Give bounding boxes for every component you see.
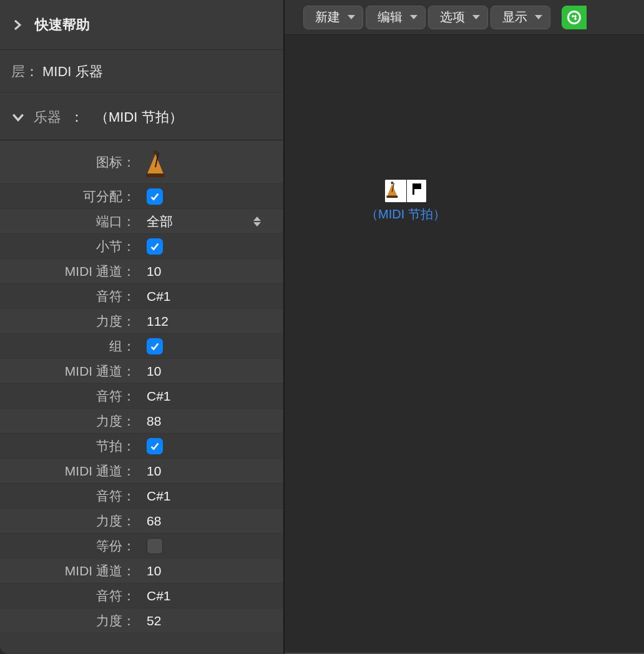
note-3-value[interactable]: C#1 xyxy=(140,489,283,504)
edit-menu[interactable]: 编辑 xyxy=(366,6,426,29)
chevron-down-icon xyxy=(11,110,25,124)
chevron-down-icon xyxy=(348,15,355,19)
row-vel-2: 力度 88 xyxy=(0,409,283,434)
note-4-value[interactable]: C#1 xyxy=(140,588,283,603)
metronome-icon xyxy=(387,181,398,197)
row-vel-1: 力度 112 xyxy=(0,309,283,334)
row-note-3: 音符 C#1 xyxy=(0,484,283,509)
quick-help-title: 快速帮助 xyxy=(35,16,90,34)
new-label: 新建 xyxy=(315,9,340,26)
environment-canvas[interactable]: （MIDI 节拍） xyxy=(285,35,644,654)
row-midich-3: MIDI 通道 10 xyxy=(0,459,283,484)
toolbar: 新建 编辑 选项 显示 xyxy=(285,0,644,35)
quick-help-header[interactable]: 快速帮助 xyxy=(0,0,283,50)
row-beat: 节拍 xyxy=(0,434,283,459)
assignable-checkbox[interactable] xyxy=(147,188,163,205)
row-midich-1: MIDI 通道 10 xyxy=(0,259,283,284)
midich-3-value[interactable]: 10 xyxy=(140,464,283,479)
options-label: 选项 xyxy=(440,9,465,26)
node-icon xyxy=(385,180,426,202)
inspector-sidebar: 快速帮助 层 ： MIDI 乐器 乐器 ： （MIDI 节拍） 图标 xyxy=(0,0,285,654)
vel-3-value[interactable]: 68 xyxy=(140,514,283,529)
bar-checkbox[interactable] xyxy=(147,238,163,255)
row-midich-2: MIDI 通道 10 xyxy=(0,359,283,384)
division-checkbox[interactable] xyxy=(147,538,163,554)
metronome-icon xyxy=(147,149,164,175)
new-menu[interactable]: 新建 xyxy=(303,6,363,29)
property-rows: 图标 可分配 端口 全部 xyxy=(0,140,283,654)
chevron-down-icon xyxy=(535,15,542,19)
layer-row[interactable]: 层 ： MIDI 乐器 xyxy=(0,50,283,94)
midich-4-value[interactable]: 10 xyxy=(140,564,283,578)
row-note-2: 音符 C#1 xyxy=(0,384,283,409)
chevron-down-icon xyxy=(410,15,417,19)
row-assignable: 可分配 xyxy=(0,184,283,209)
stepper-icon xyxy=(253,213,265,230)
beat-checkbox[interactable] xyxy=(147,438,163,454)
instrument-row[interactable]: 乐器 ： （MIDI 节拍） xyxy=(0,94,283,140)
midi-click-node[interactable]: （MIDI 节拍） xyxy=(366,180,446,223)
row-vel-4: 力度 52 xyxy=(0,608,283,633)
note-2-value[interactable]: C#1 xyxy=(140,389,283,404)
row-bar: 小节 xyxy=(0,234,283,259)
edit-label: 编辑 xyxy=(378,9,402,26)
row-note-1: 音符 C#1 xyxy=(0,284,283,309)
vel-4-value[interactable]: 52 xyxy=(140,613,283,628)
vel-1-value[interactable]: 112 xyxy=(140,314,283,329)
midich-2-value[interactable]: 10 xyxy=(140,364,283,379)
port-select[interactable]: 全部 xyxy=(147,213,268,230)
instrument-value: （MIDI 节拍） xyxy=(95,108,183,127)
flag-icon xyxy=(411,183,421,195)
view-menu[interactable]: 显示 xyxy=(490,6,550,29)
port-value: 全部 xyxy=(147,213,173,230)
row-group: 组 xyxy=(0,334,283,359)
node-caption: （MIDI 节拍） xyxy=(366,206,446,223)
vel-2-value[interactable]: 88 xyxy=(140,414,283,429)
options-menu[interactable]: 选项 xyxy=(428,6,488,29)
row-icon: 图标 xyxy=(0,140,283,184)
row-icon-label: 图标 xyxy=(0,154,140,171)
palette-icon xyxy=(567,11,581,24)
row-note-4: 音符 C#1 xyxy=(0,583,283,608)
view-label: 显示 xyxy=(502,9,527,26)
chevron-right-icon xyxy=(11,19,24,31)
layer-label: 层 xyxy=(11,62,25,81)
note-1-value[interactable]: C#1 xyxy=(140,289,283,304)
row-division: 等份 xyxy=(0,534,283,559)
row-vel-3: 力度 68 xyxy=(0,509,283,534)
main-area: 新建 编辑 选项 显示 xyxy=(285,0,644,654)
chevron-down-icon xyxy=(472,15,480,19)
instrument-label: 乐器 xyxy=(34,108,61,127)
row-port: 端口 全部 xyxy=(0,209,283,234)
row-icon-value[interactable] xyxy=(140,149,283,175)
midich-1-value[interactable]: 10 xyxy=(140,264,283,279)
row-midich-4: MIDI 通道 10 xyxy=(0,559,283,583)
color-button[interactable] xyxy=(562,6,587,29)
layer-value: MIDI 乐器 xyxy=(42,62,103,81)
group-checkbox[interactable] xyxy=(147,338,163,354)
